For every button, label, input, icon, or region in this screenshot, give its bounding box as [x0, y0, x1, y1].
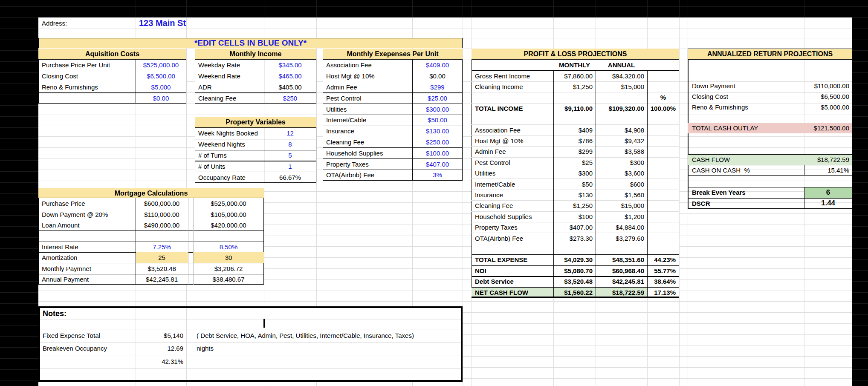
notes-row-label: Breakeven Occupancy — [40, 342, 136, 355]
mortgage-title: Mortgage Calculations — [38, 188, 264, 198]
arp-row-label: Down Payment — [689, 81, 804, 91]
property-variables-row-value[interactable]: 12 — [264, 128, 316, 139]
pl-row-annual: $60,968.40 — [596, 265, 647, 276]
pl-row-annual: $15,000 — [596, 81, 647, 92]
property-variables-row-value[interactable]: 8 — [264, 139, 316, 150]
acquisition-costs-row-value[interactable]: $525,000.00 — [136, 60, 186, 71]
acquisition-costs-row-label: Purchase Price Per Unit — [39, 60, 136, 71]
monthly-expenses-row-value[interactable]: $50.00 — [412, 115, 463, 126]
acquisition-costs-row-label: Closing Cost — [39, 71, 136, 82]
monthly-expenses-row-value[interactable]: $250.00 — [412, 137, 463, 148]
pl-row-label: Utilities — [472, 168, 553, 179]
mortgage-row-value1: $3,520.48 — [136, 263, 188, 274]
address-value[interactable]: 123 Main St — [136, 17, 264, 29]
arp-row-label: Reno & Furnishings — [689, 102, 804, 112]
pl-row-annual: $94,320.00 — [596, 70, 647, 81]
monthly-column-header: MONTHLY — [553, 60, 596, 70]
pl-row-monthly: $50 — [553, 179, 596, 189]
monthly-expenses-row-value[interactable]: 3% — [412, 170, 463, 181]
property-variables-row-label: Weekend Nights — [196, 139, 264, 150]
monthly-expenses-row-value[interactable]: $300.00 — [412, 104, 463, 115]
monthly-income-row-label: Weekend Rate — [196, 71, 264, 82]
acquisition-costs-row-value[interactable]: $0.00 — [136, 92, 186, 104]
break-even-label: Break Even Years — [689, 187, 804, 198]
mortgage-row-value2: $420,000.00 — [193, 220, 264, 230]
pl-row-monthly: $130 — [553, 190, 596, 200]
monthly-expenses-row-value[interactable]: $130.00 — [412, 126, 463, 137]
monthly-expenses-row-label: Pest Control — [324, 92, 412, 104]
mortgage-row-value2: $105,000.00 — [193, 209, 264, 219]
pl-row-label: Host Mgt @ 10% — [472, 135, 553, 146]
pl-row-percent: 100.00% — [647, 103, 679, 114]
monthly-income-row-value: $405.00 — [264, 82, 316, 93]
pl-row-annual: $3,588 — [596, 146, 647, 157]
profit-loss-title: PROFIT & LOSS PROJECTIONS — [472, 49, 679, 60]
monthly-income-row-value[interactable]: $465.00 — [264, 71, 316, 82]
acquisition-costs-row-value[interactable]: $6,500.00 — [136, 71, 186, 82]
pl-row-monthly: $299 — [553, 146, 596, 157]
pl-row-annual: $1,200 — [596, 211, 647, 222]
monthly-expenses-row-label: Insurance — [324, 126, 412, 137]
pl-row-label: Admin Fee — [472, 146, 553, 157]
pl-row-monthly: $407.00 — [553, 222, 596, 233]
monthly-expenses-row-value[interactable]: $409.00 — [412, 60, 463, 71]
monthly-income-row-label: Cleaning Fee — [196, 92, 264, 104]
grid-line-v — [136, 198, 136, 285]
pl-row-annual: $15,000 — [596, 200, 647, 211]
grid-line-v — [647, 70, 648, 297]
property-variables-row-label: # of Turns — [196, 150, 264, 161]
monthly-expenses-row-value[interactable]: $100.00 — [412, 147, 463, 158]
pl-row-monthly: $273.30 — [553, 233, 596, 243]
acquisition-costs-row-value[interactable]: $5,000 — [136, 82, 186, 93]
dscr-label: DSCR — [689, 198, 804, 209]
acquisition-costs-title: Aquisition Costs — [38, 49, 186, 60]
cash-on-cash-value: 15.41% — [804, 165, 852, 176]
pl-row-label: OTA(Airbnb) Fee — [472, 233, 553, 243]
pl-row-percent: 38.64% — [647, 276, 679, 287]
pl-row-monthly: $3,520.48 — [553, 276, 596, 287]
grid-line-h — [38, 301, 852, 302]
pl-row-label: Pest Control — [472, 157, 553, 168]
cash-flow-label: CASH FLOW — [689, 154, 804, 165]
property-variables-row-label: Week Nights Booked — [196, 128, 264, 139]
pl-row-label: Property Taxes — [472, 222, 553, 233]
mortgage-row-value1: $600,000.00 — [136, 198, 188, 209]
grid-line-h — [472, 244, 679, 244]
mortgage-row-value1: $490,000.00 — [136, 220, 188, 230]
pl-row-annual: $4,884.00 — [596, 222, 647, 233]
pl-row-label: NOI — [472, 265, 553, 276]
text-cursor — [263, 319, 265, 328]
notes-title: Notes: — [40, 308, 168, 320]
pl-row-monthly: $1,250 — [553, 200, 596, 211]
grid-line-h — [38, 29, 852, 29]
monthly-expenses-row-value[interactable]: $407.00 — [412, 158, 463, 170]
grid-line-v — [186, 308, 187, 380]
pl-row-monthly: $25 — [553, 157, 596, 168]
pl-row-monthly: $7,860.00 — [553, 70, 596, 81]
monthly-income-row-value[interactable]: $345.00 — [264, 60, 316, 71]
pl-row-monthly: $1,250 — [553, 81, 596, 92]
pl-row-label: Insurance — [472, 190, 553, 200]
monthly-expenses-row-label: Utilities — [324, 104, 412, 115]
annualized-return-title: ANNUALIZED RETURN PROJECTIONS — [688, 49, 852, 60]
monthly-expenses-row-label: Property Taxes — [324, 158, 412, 170]
arp-row-value: $6,500.00 — [804, 91, 852, 102]
mortgage-row-label: Loan Amount — [39, 220, 136, 230]
pl-row-annual: $3,600 — [596, 168, 647, 179]
notes-row-note: ( Debt Service, HOA, Admin, Pest, Utilit… — [195, 329, 459, 342]
monthly-expenses-row-value[interactable]: $25.00 — [412, 92, 463, 104]
pl-row-label: Household Supplies — [472, 211, 553, 222]
property-variables-title: Property Variables — [195, 117, 316, 128]
monthly-income-row-value[interactable]: $250 — [264, 92, 316, 104]
grid-line-h — [472, 114, 679, 114]
grid-line-v — [463, 17, 463, 386]
mortgage-row-value2[interactable]: 8.50% — [193, 242, 264, 252]
pl-row-label: Association Fee — [472, 124, 553, 135]
monthly-expenses-row-value[interactable]: $299 — [412, 82, 463, 93]
mortgage-row-value1[interactable]: 7.25% — [136, 242, 188, 252]
monthly-expenses-row-label: OTA(Airbnb) Fee — [324, 170, 412, 181]
property-variables-row-value[interactable]: 5 — [264, 150, 316, 161]
pl-row-monthly: $9,110.00 — [553, 103, 596, 114]
property-variables-row-value[interactable]: 1 — [264, 161, 316, 172]
monthly-expenses-row-value: $0.00 — [412, 71, 463, 82]
